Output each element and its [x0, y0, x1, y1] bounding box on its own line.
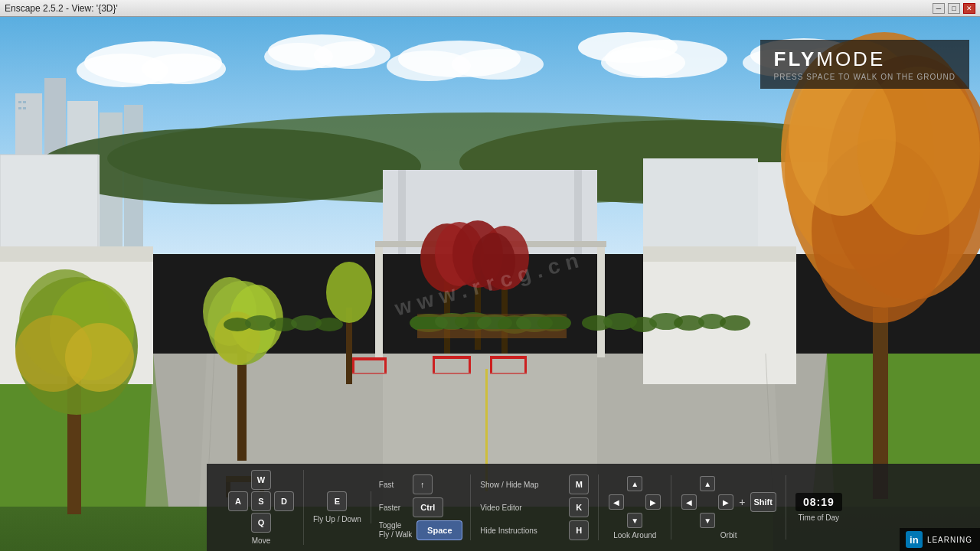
- key-w[interactable]: W: [251, 470, 271, 490]
- look-right-button[interactable]: ▶: [645, 494, 661, 510]
- video-editor-label: Video Editor: [480, 504, 564, 512]
- hud-panel: W A S D Q Move E Fly Up / Down Fast ↑: [207, 464, 980, 551]
- hud-asd-row: A S D: [228, 491, 294, 511]
- orbit-empty-tl: [681, 475, 697, 492]
- key-space[interactable]: Space: [416, 520, 462, 540]
- flymode-overlay: FLYMODE PRESS SPACE TO WALK ON THE GROUN…: [760, 40, 970, 89]
- svg-rect-61: [490, 356, 492, 373]
- orbit-down-cell: ▼: [699, 512, 716, 529]
- orbit-arrows: ▲ ◀ ▶ ▼: [681, 475, 734, 529]
- orbit-up-button[interactable]: ▲: [700, 476, 715, 491]
- arrow-empty-tr: [645, 475, 662, 492]
- time-display: 08:19: [795, 493, 842, 511]
- titlebar-controls[interactable]: ─ □ ✕: [933, 3, 975, 14]
- svg-rect-56: [433, 356, 471, 359]
- svg-point-72: [65, 323, 134, 392]
- orbit-keys: ▲ ◀ ▶ ▼: [681, 475, 776, 529]
- svg-point-87: [472, 233, 515, 291]
- svg-rect-54: [384, 357, 387, 373]
- svg-rect-22: [23, 101, 26, 103]
- arrow-empty-br: [645, 512, 662, 529]
- viewport: www.rrcg.cn FLYMODE PRESS SPACE TO WALK …: [0, 17, 980, 551]
- look-left-button[interactable]: ◀: [609, 494, 624, 510]
- arrow-empty-tl: [608, 475, 625, 492]
- titlebar-title: Enscape 2.5.2 - View: '{3D}': [5, 3, 118, 14]
- fast-label: Fast: [379, 481, 408, 489]
- move-label: Move: [252, 536, 270, 545]
- svg-rect-52: [352, 357, 387, 360]
- key-m[interactable]: M: [569, 474, 589, 494]
- svg-point-112: [720, 315, 750, 331]
- svg-point-9: [452, 49, 544, 80]
- hud-move-section: W A S D Q Move: [219, 470, 304, 545]
- svg-rect-57: [433, 356, 435, 373]
- orbit-empty-br: [717, 512, 734, 529]
- orbit-down-button[interactable]: ▼: [700, 513, 715, 528]
- svg-rect-55: [352, 373, 387, 374]
- hide-instructions-row: Hide Instructions H: [480, 520, 589, 540]
- orbit-left-button[interactable]: ◀: [681, 494, 697, 510]
- hud-time-section: 08:19 Time of Day: [786, 493, 851, 522]
- look-around-label: Look Around: [613, 531, 656, 540]
- svg-rect-63: [490, 373, 527, 374]
- key-a[interactable]: A: [228, 491, 248, 511]
- look-down-button[interactable]: ▼: [627, 513, 642, 528]
- linkedin-badge: in LEARNING: [900, 528, 980, 551]
- svg-rect-62: [524, 356, 527, 373]
- minimize-button[interactable]: ─: [933, 3, 945, 14]
- orbit-right-button[interactable]: ▶: [718, 494, 733, 510]
- hud-shortcuts-section: Show / Hide Map M Video Editor K Hide In…: [471, 474, 599, 540]
- orbit-right-cell: ▶: [717, 494, 734, 510]
- svg-point-3: [142, 54, 226, 84]
- hud-e-row: E: [327, 491, 347, 511]
- svg-rect-48: [643, 246, 796, 262]
- svg-point-117: [315, 318, 343, 331]
- look-around-arrows: ▲ ◀ ▶ ▼: [608, 475, 662, 529]
- time-of-day-label: Time of Day: [799, 514, 840, 522]
- toggle-row: Toggle Fly / Walk Space: [379, 520, 463, 540]
- key-s[interactable]: S: [251, 491, 271, 511]
- key-d[interactable]: D: [274, 491, 294, 511]
- svg-rect-60: [490, 356, 527, 359]
- toggle-fly-text: Toggle: [379, 521, 413, 530]
- orbit-label: Orbit: [720, 531, 737, 540]
- svg-point-79: [326, 262, 372, 323]
- hud-orbit-section: ▲ ◀ ▶ ▼: [671, 475, 786, 540]
- linkedin-icon: in: [906, 531, 923, 548]
- svg-point-6: [314, 41, 390, 69]
- hud-lookaround-section: ▲ ◀ ▶ ▼ Look Around: [599, 475, 671, 540]
- key-q[interactable]: Q: [251, 513, 271, 533]
- toggle-label: Toggle Fly / Walk: [379, 521, 413, 540]
- flyupdown-label: Fly Up / Down: [313, 515, 361, 523]
- svg-rect-28: [0, 155, 100, 254]
- look-up-button[interactable]: ▲: [627, 476, 642, 491]
- svg-rect-102: [417, 329, 567, 338]
- hud-q-row: Q: [251, 513, 271, 533]
- svg-rect-103: [417, 314, 567, 317]
- orbit-empty-tr: [717, 475, 734, 492]
- svg-rect-53: [352, 357, 354, 373]
- flymode-title: FLYMODE: [774, 47, 956, 71]
- key-e[interactable]: E: [327, 491, 347, 511]
- orbit-left-cell: ◀: [681, 494, 697, 510]
- svg-rect-24: [23, 107, 26, 109]
- linkedin-text: LEARNING: [927, 536, 972, 544]
- close-button[interactable]: ✕: [963, 3, 975, 14]
- arrow-empty-bl: [608, 512, 625, 529]
- faster-row: Faster Ctrl: [379, 497, 463, 517]
- key-up-arrow[interactable]: ↑: [413, 474, 433, 494]
- arrow-left-cell: ◀: [608, 494, 625, 510]
- orbit-plus-label: +: [739, 496, 745, 508]
- key-k[interactable]: K: [569, 497, 589, 517]
- svg-point-101: [537, 315, 571, 331]
- svg-rect-30: [643, 158, 758, 254]
- key-shift[interactable]: Shift: [750, 492, 776, 512]
- svg-rect-58: [469, 356, 471, 373]
- key-ctrl[interactable]: Ctrl: [413, 497, 443, 517]
- orbit-center: [700, 494, 715, 510]
- maximize-button[interactable]: □: [948, 3, 960, 14]
- svg-rect-50: [597, 243, 605, 357]
- key-h[interactable]: H: [569, 520, 589, 540]
- hud-flyupdown-section: E Fly Up / Down: [304, 491, 371, 523]
- hide-instructions-label: Hide Instructions: [480, 527, 564, 535]
